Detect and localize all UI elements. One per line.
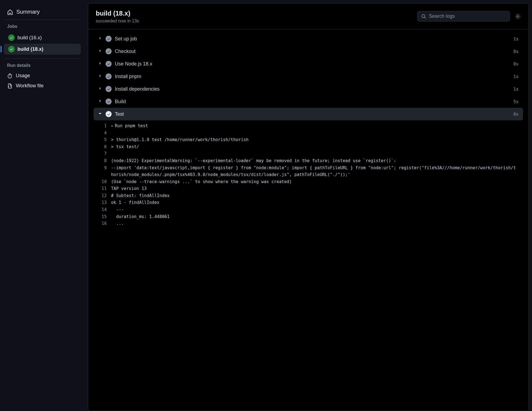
- log-line-number: 8: [98, 157, 111, 165]
- step-name: Checkout: [115, 49, 510, 54]
- log-line-number: 1: [98, 123, 111, 130]
- usage-label: Usage: [16, 73, 30, 79]
- log-line-text: (Use `node --trace-warnings ...` to show…: [111, 178, 523, 186]
- summary-label: Summary: [16, 9, 40, 15]
- chevron-right-icon: [98, 36, 102, 42]
- step-name: Set up job: [115, 36, 510, 42]
- success-icon: [106, 86, 112, 92]
- step-duration: 0s: [513, 61, 519, 67]
- job-subtitle: succeeded now in 13s: [96, 19, 139, 23]
- log-line[interactable]: 16 ...: [98, 220, 523, 227]
- success-icon: [106, 48, 112, 54]
- log-line-text: # Subtest: findAllIndex: [111, 192, 523, 199]
- main-panel: build (18.x) succeeded now in 13s Set up…: [88, 3, 529, 411]
- success-icon: [8, 46, 15, 52]
- step-row[interactable]: Checkout0s: [94, 45, 523, 58]
- chevron-right-icon: [98, 74, 102, 79]
- success-icon: [106, 111, 112, 117]
- step-duration: 1s: [513, 36, 519, 41]
- success-icon: [106, 99, 112, 105]
- log-line[interactable]: 11TAP version 13: [98, 185, 523, 192]
- log-line-number: 10: [98, 178, 111, 186]
- log-line-number: 14: [98, 206, 111, 213]
- log-line[interactable]: 1▸Run pnpm test: [98, 123, 523, 130]
- step-row[interactable]: Build5s: [94, 95, 523, 108]
- step-duration: 0s: [513, 49, 519, 54]
- job-title-block: build (18.x) succeeded now in 13s: [96, 9, 139, 23]
- log-line-number: 12: [98, 192, 111, 199]
- step-name: Build: [115, 99, 510, 105]
- log-line-text: ---: [111, 206, 523, 213]
- log-line-text: > thorish@1.1.9 test /home/runner/work/t…: [111, 136, 523, 144]
- log-line[interactable]: 10(Use `node --trace-warnings ...` to sh…: [98, 178, 523, 186]
- svg-point-1: [422, 14, 425, 17]
- chevron-right-icon: [98, 86, 102, 92]
- log-line-text: (node:1922) ExperimentalWarning: `--expe…: [111, 157, 523, 165]
- settings-button[interactable]: [515, 13, 521, 19]
- svg-point-2: [517, 16, 519, 17]
- chevron-right-icon: [98, 61, 102, 67]
- log-line-text: ...: [111, 220, 523, 227]
- log-line[interactable]: 4: [98, 130, 523, 137]
- log-line-text: ok 1 - findAllIndex: [111, 199, 523, 206]
- log-line-number: 6: [98, 144, 111, 151]
- stopwatch-icon: [7, 73, 13, 79]
- log-line-number: 13: [98, 199, 111, 206]
- sidebar-job-build-18x[interactable]: build (18.x): [4, 44, 81, 55]
- log-line[interactable]: 8(node:1922) ExperimentalWarning: `--exp…: [98, 157, 523, 165]
- success-icon: [106, 73, 112, 79]
- search-input[interactable]: [429, 13, 506, 19]
- log-line-number: 15: [98, 213, 111, 221]
- steps-list: Set up job1sCheckout0sUse Node.js 18.x0s…: [88, 29, 528, 230]
- log-line-number: 11: [98, 185, 111, 192]
- step-duration: 1s: [513, 87, 519, 92]
- log-output: 1▸Run pnpm test45> thorish@1.1.9 test /h…: [94, 120, 523, 227]
- step-row[interactable]: Install dependencies1s: [94, 83, 523, 95]
- chevron-right-icon: [98, 49, 102, 54]
- log-line-number: 9: [98, 165, 111, 172]
- log-line[interactable]: 6> tsx test/: [98, 144, 523, 151]
- log-line-text: ▸Run pnpm test: [111, 123, 523, 130]
- sidebar-workflow-file[interactable]: Workflow file: [2, 81, 82, 91]
- caret-right-icon: ▸: [111, 123, 115, 130]
- log-line-text: duration_ms: 1.448061: [111, 213, 523, 221]
- sidebar: Summary Jobs build (16.x) build (18.x) R…: [0, 0, 85, 411]
- log-line[interactable]: 13ok 1 - findAllIndex: [98, 199, 523, 206]
- step-row[interactable]: Set up job1s: [94, 32, 523, 45]
- run-details-heading: Run details: [2, 63, 82, 71]
- log-line[interactable]: 12# Subtest: findAllIndex: [98, 192, 523, 199]
- step-name: Use Node.js 18.x: [115, 61, 510, 67]
- log-line-number: 7: [98, 150, 111, 157]
- home-icon: [7, 9, 13, 15]
- success-icon: [106, 61, 112, 67]
- sidebar-job-build-16x[interactable]: build (16.x): [4, 32, 81, 43]
- log-line-number: 16: [98, 220, 111, 227]
- step-name: Install dependencies: [115, 86, 510, 92]
- log-line[interactable]: 14 ---: [98, 206, 523, 213]
- workflow-file-label: Workflow file: [16, 83, 44, 89]
- chevron-down-icon: [98, 111, 102, 117]
- success-icon: [8, 34, 15, 41]
- jobs-heading: Jobs: [2, 24, 82, 32]
- log-line-text: > tsx test/: [111, 144, 523, 151]
- sidebar-usage[interactable]: Usage: [2, 71, 82, 81]
- success-icon: [106, 36, 112, 42]
- log-line[interactable]: 9--import 'data:text/javascript,import {…: [98, 165, 523, 178]
- log-line-text: --import 'data:text/javascript,import { …: [111, 165, 523, 178]
- job-label: build (16.x): [17, 35, 42, 41]
- step-row[interactable]: Test0s: [94, 108, 523, 120]
- divider: [4, 19, 80, 20]
- step-duration: 0s: [513, 112, 519, 117]
- search-icon: [421, 14, 426, 19]
- step-row[interactable]: Install pnpm1s: [94, 70, 523, 83]
- log-line-text: TAP version 13: [111, 185, 523, 192]
- log-line-number: 5: [98, 136, 111, 144]
- sidebar-summary[interactable]: Summary: [2, 7, 82, 19]
- main-header: build (18.x) succeeded now in 13s: [88, 4, 528, 29]
- log-line[interactable]: 5> thorish@1.1.9 test /home/runner/work/…: [98, 136, 523, 144]
- step-row[interactable]: Use Node.js 18.x0s: [94, 58, 523, 70]
- log-line[interactable]: 15 duration_ms: 1.448061: [98, 213, 523, 221]
- chevron-right-icon: [98, 99, 102, 105]
- search-box[interactable]: [417, 11, 510, 22]
- log-line[interactable]: 7: [98, 150, 523, 157]
